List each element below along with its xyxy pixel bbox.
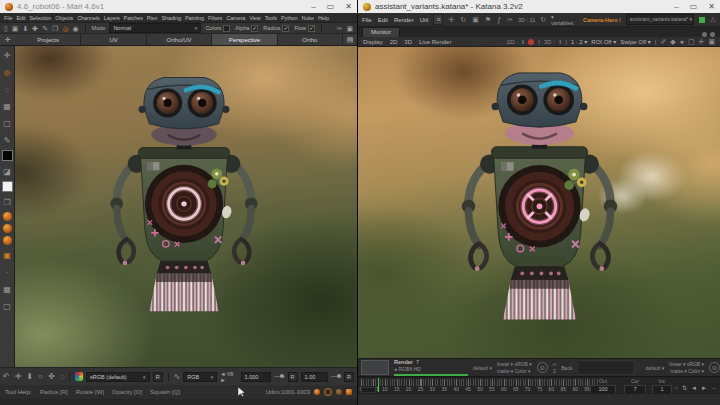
color-select[interactable]: Color ▾ [515, 368, 531, 374]
monitor-mode-item[interactable]: Live Render [419, 39, 451, 45]
dashed-circle-icon[interactable]: ◌ [60, 372, 65, 381]
mari-titlebar[interactable]: 4.6_robot06 - Mari 4.6v1 – ▭ ✕ [0, 0, 357, 13]
curve-icon[interactable]: ∿ [173, 372, 180, 381]
2d-pause-icon[interactable]: ‖ [522, 39, 524, 45]
srgb-select[interactable]: sRGB ▾ [687, 361, 704, 367]
camera-icon[interactable]: ▣ [708, 38, 715, 46]
reset-button[interactable]: R [288, 372, 298, 382]
checkbox-box[interactable] [251, 25, 258, 32]
timeline[interactable]: 0510152025303540455055606570758085909510… [358, 376, 720, 394]
matte-select[interactable]: matte ▾ [497, 368, 513, 374]
robot-model[interactable] [84, 51, 284, 324]
menu-item[interactable]: Ptex [147, 15, 158, 21]
hamburger-menu-icon[interactable]: ≡ [433, 14, 443, 25]
menu-item[interactable]: Objects [55, 15, 73, 21]
menu-item[interactable]: Help [318, 15, 329, 21]
add-paint-icon[interactable]: ✚ [32, 23, 38, 34]
toolbar-checkbox[interactable]: Radius [263, 25, 289, 32]
infinity-icon[interactable]: ∞ [553, 361, 557, 367]
marquee-select-icon[interactable]: ▢ [3, 116, 11, 130]
loop-icon[interactable]: ○ [674, 385, 678, 392]
reset-button[interactable]: R [344, 372, 354, 382]
record-stop-icon[interactable] [528, 39, 534, 45]
toolbar-checkbox[interactable]: Flow [294, 25, 315, 32]
menu-item[interactable]: Channels [77, 15, 99, 21]
checkbox-box[interactable] [223, 25, 230, 32]
crosshair-icon[interactable]: ✛ [699, 38, 705, 46]
smudge-tool-icon[interactable]: ◪ [3, 164, 11, 178]
step-icon[interactable]: ⇅ [682, 385, 687, 392]
cur-frame-field[interactable]: Cur 7 [624, 378, 646, 394]
play-forward-icon[interactable]: ► [701, 385, 707, 392]
default-select[interactable]: default ▾ [473, 365, 492, 371]
refresh-icon[interactable]: ↻ [540, 16, 546, 24]
undo-icon[interactable]: ↶ [3, 372, 10, 381]
toolbar-checkbox[interactable]: Colors [205, 25, 230, 32]
checkbox-box[interactable] [282, 25, 289, 32]
menu-item[interactable]: Filters [208, 15, 222, 21]
flag-icon[interactable]: ⚑ [485, 16, 491, 24]
gamma-slider[interactable] [331, 376, 341, 377]
channel-select[interactable]: RGB ▾ [183, 372, 217, 382]
linear-select[interactable]: linear ▾ [669, 361, 685, 367]
gnomon-icon[interactable]: ✛ [448, 16, 454, 24]
buffer-badge-icon[interactable]: ⊙ [537, 362, 548, 373]
maximize-button[interactable]: ▭ [327, 0, 335, 13]
menu-item[interactable]: File [4, 15, 12, 21]
play-back-icon[interactable]: ◄ [691, 385, 697, 392]
fstop-control[interactable]: ◄ f/8 ► [220, 371, 237, 383]
view-tab[interactable]: Ortho/UV [147, 34, 212, 45]
import-icon[interactable]: ⬇ [22, 23, 28, 34]
checkbox-box[interactable] [308, 25, 315, 32]
warning-icon[interactable]: ⚠ [710, 16, 716, 24]
pencil-icon[interactable]: ✐ [660, 38, 666, 46]
knob-icon[interactable]: ◉ [73, 23, 79, 34]
monitor-mode-item[interactable]: Display [363, 39, 383, 45]
warp-tool-icon[interactable]: ▦ [3, 99, 11, 113]
exposure-field[interactable]: 1.000 [241, 372, 272, 382]
back-buffer-label[interactable]: Back [561, 365, 572, 371]
tab-monitor[interactable]: Monitor [362, 27, 400, 37]
minimize-button[interactable]: – [674, 0, 678, 13]
menu-item[interactable]: Edit [378, 17, 388, 23]
canvas-layout-icon[interactable]: ▤ [343, 34, 357, 45]
dot-icon[interactable]: ● [680, 38, 684, 45]
reset-button[interactable]: R [153, 372, 163, 382]
blend-mode-select[interactable]: Normal ▾ [109, 23, 201, 33]
pen-icon[interactable]: ✑ [337, 23, 343, 34]
gamma-field[interactable]: 1.00 [301, 372, 328, 382]
menu-item[interactable]: Painting [185, 15, 204, 21]
render-pass-label[interactable]: ● RGBA HD [394, 366, 468, 372]
screen-tool-icon[interactable]: ▢ [3, 299, 11, 313]
lock-icon[interactable]: ❐ [52, 23, 58, 34]
diamond-icon[interactable]: ◆ [670, 38, 675, 46]
view-tab[interactable]: UV [81, 34, 146, 45]
move-tool-corner-icon[interactable]: ✛ [0, 34, 16, 45]
uv-grid-icon[interactable]: ▦ [3, 282, 11, 296]
tablet-icon[interactable]: ▣ [346, 23, 353, 34]
katana-monitor-viewport[interactable] [358, 47, 720, 358]
drop-icon[interactable]: ⬇ [26, 372, 33, 381]
default-select[interactable]: default ▾ [645, 365, 664, 371]
zoom-ratio-select[interactable]: 1 : 2 ▾ [571, 38, 587, 45]
katana-titlebar[interactable]: assistant_variants.katana* - Katana 3.2v… [358, 0, 720, 13]
close-button[interactable]: ✕ [345, 0, 352, 13]
3d-pause-icon[interactable]: ‖ [559, 39, 561, 45]
menu-item[interactable]: View [249, 15, 260, 21]
menu-item[interactable]: Python [281, 15, 298, 21]
menu-item[interactable]: Selection [30, 15, 52, 21]
circle-brush-icon[interactable]: ○ [38, 372, 43, 381]
color-picker-icon[interactable] [75, 372, 83, 381]
snapshot-icon[interactable]: ▣ [472, 16, 479, 24]
clone-stamp-tool-icon[interactable] [3, 224, 12, 233]
menu-item[interactable]: Camera [226, 15, 245, 21]
brush-icon[interactable]: ✎ [42, 23, 48, 34]
udim-square-icon[interactable] [346, 389, 352, 395]
robot-render[interactable] [434, 47, 645, 333]
menu-item[interactable]: Shading [161, 15, 181, 21]
dot-icon[interactable]: · [6, 265, 9, 279]
region-icon[interactable]: ▢ [688, 38, 695, 46]
target-icon[interactable]: ◎ [62, 23, 68, 34]
menu-item[interactable]: Util [420, 17, 429, 23]
move-tool-icon[interactable]: ✛ [4, 48, 11, 62]
